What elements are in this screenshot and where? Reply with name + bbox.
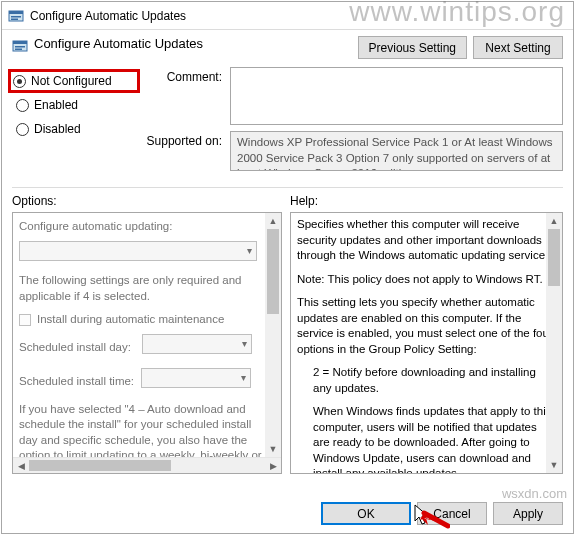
options-vertical-scrollbar[interactable]: ▲ ▼: [265, 213, 281, 457]
svg-rect-1: [9, 11, 23, 14]
svg-rect-2: [11, 16, 21, 18]
help-panel: Specifies whether this computer will rec…: [290, 212, 563, 474]
scroll-down-icon[interactable]: ▼: [265, 441, 281, 457]
cancel-button[interactable]: Cancel: [417, 502, 487, 525]
dialog-footer: OK Cancel Apply: [2, 496, 573, 533]
dialog-window: Configure Automatic Updates Configure Au…: [1, 1, 574, 534]
sched-time-dropdown[interactable]: [141, 368, 251, 388]
sched-time-label: Scheduled install time:: [19, 375, 134, 387]
radio-label: Not Configured: [31, 74, 112, 88]
scroll-down-icon[interactable]: ▼: [546, 457, 562, 473]
panels: Configure automatic updating: The follow…: [2, 210, 573, 496]
options-body: Configure automatic updating: The follow…: [13, 213, 281, 457]
radio-label: Disabled: [34, 122, 81, 136]
help-text: Specifies whether this computer will rec…: [297, 217, 556, 264]
checkbox-icon: [19, 314, 31, 326]
svg-rect-7: [15, 49, 22, 51]
comment-label: Comment:: [146, 67, 230, 84]
scroll-right-icon[interactable]: ▶: [265, 458, 281, 473]
scroll-track[interactable]: [265, 229, 281, 441]
scroll-up-icon[interactable]: ▲: [265, 213, 281, 229]
previous-setting-button[interactable]: Previous Setting: [358, 36, 467, 59]
checkbox-label: Install during automatic maintenance: [37, 312, 224, 328]
titlebar: Configure Automatic Updates: [2, 2, 573, 30]
apply-button[interactable]: Apply: [493, 502, 563, 525]
form-column: Comment: Supported on: Windows XP Profes…: [146, 67, 563, 177]
help-vertical-scrollbar[interactable]: ▲ ▼: [546, 213, 562, 473]
radio-icon: [16, 123, 29, 136]
radio-not-configured[interactable]: Not Configured: [8, 69, 140, 93]
svg-rect-3: [11, 18, 18, 20]
scroll-track[interactable]: [29, 458, 265, 473]
radio-icon: [13, 75, 26, 88]
help-text: This setting lets you specify whether au…: [297, 295, 556, 357]
configure-updating-dropdown[interactable]: [19, 241, 257, 261]
options-horizontal-scrollbar[interactable]: ◀ ▶: [13, 457, 281, 473]
help-body: Specifies whether this computer will rec…: [291, 213, 562, 473]
window-title: Configure Automatic Updates: [30, 9, 186, 23]
ok-button[interactable]: OK: [321, 502, 411, 525]
config-area: Not Configured Enabled Disabled Comment:…: [2, 63, 573, 185]
next-setting-button[interactable]: Next Setting: [473, 36, 563, 59]
scroll-thumb[interactable]: [29, 460, 171, 471]
scroll-left-icon[interactable]: ◀: [13, 458, 29, 473]
radio-disabled[interactable]: Disabled: [12, 117, 136, 141]
supported-on-label: Supported on:: [146, 131, 230, 148]
scroll-track[interactable]: [546, 229, 562, 457]
options-panel: Configure automatic updating: The follow…: [12, 212, 282, 474]
header-row: Configure Automatic Updates Previous Set…: [2, 30, 573, 63]
install-during-maintenance-checkbox[interactable]: Install during automatic maintenance: [19, 312, 265, 328]
scroll-thumb[interactable]: [267, 229, 279, 314]
sched-note: If you have selected "4 – Auto download …: [19, 402, 265, 457]
options-note: The following settings are only required…: [19, 273, 265, 304]
radio-label: Enabled: [34, 98, 78, 112]
radio-enabled[interactable]: Enabled: [12, 93, 136, 117]
separator: [12, 187, 563, 188]
state-radio-group: Not Configured Enabled Disabled: [12, 67, 136, 177]
policy-icon: [12, 38, 28, 54]
svg-rect-5: [13, 41, 27, 44]
scroll-thumb[interactable]: [548, 229, 560, 286]
help-text: Note: This policy does not apply to Wind…: [297, 272, 556, 288]
configure-updating-label: Configure automatic updating:: [19, 219, 265, 235]
sched-day-dropdown[interactable]: [142, 334, 252, 354]
help-text: When Windows finds updates that apply to…: [297, 404, 556, 473]
help-label: Help:: [290, 194, 318, 208]
svg-rect-6: [15, 46, 25, 48]
comment-input[interactable]: [230, 67, 563, 125]
options-label: Options:: [12, 194, 290, 208]
help-text: 2 = Notify before downloading and instal…: [297, 365, 556, 396]
radio-icon: [16, 99, 29, 112]
panels-header: Options: Help:: [2, 190, 573, 210]
policy-icon: [8, 8, 24, 24]
sched-day-label: Scheduled install day:: [19, 341, 131, 353]
supported-on-text: Windows XP Professional Service Pack 1 o…: [230, 131, 563, 171]
dialog-heading: Configure Automatic Updates: [34, 36, 203, 51]
scroll-up-icon[interactable]: ▲: [546, 213, 562, 229]
